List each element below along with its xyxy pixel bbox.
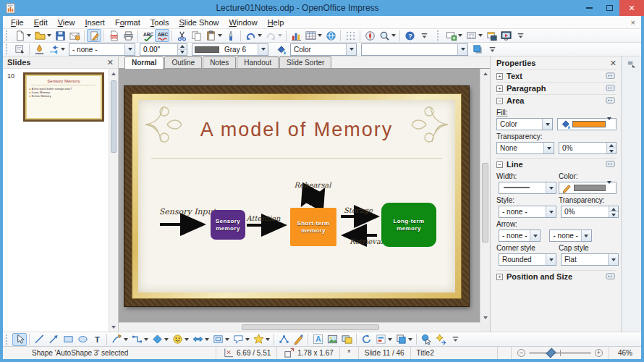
print-button[interactable] — [121, 29, 135, 42]
dropdown-button[interactable] — [581, 230, 591, 241]
menu-slide-show[interactable]: Slide Show — [174, 17, 224, 28]
section-position-size[interactable]: +Position and Size — [496, 270, 617, 282]
slide-design-button[interactable] — [484, 29, 499, 42]
arrow-rehearsal-in[interactable] — [303, 192, 309, 203]
menu-edit[interactable]: Edit — [29, 17, 53, 28]
corner-style-select[interactable]: Rounded — [499, 253, 556, 266]
expand-icon[interactable]: + — [496, 85, 503, 92]
collapse-icon[interactable]: − — [496, 161, 503, 168]
dropdown-button[interactable] — [530, 230, 540, 241]
fill-type-select[interactable]: Color — [290, 43, 357, 56]
paste-button[interactable] — [203, 29, 224, 42]
box-short-term-memory[interactable]: Short-term memory — [290, 208, 336, 246]
pdf-export-button[interactable]: PDF — [106, 29, 121, 42]
curve-button[interactable] — [109, 333, 130, 346]
scrollbar-thumb[interactable] — [242, 324, 379, 330]
line-transparency-spinner[interactable]: 0% — [561, 206, 619, 218]
overflow-button[interactable] — [448, 333, 462, 346]
undo-button[interactable] — [243, 29, 263, 42]
spellcheck-button[interactable]: ABC — [140, 29, 155, 42]
from-file-button[interactable] — [325, 333, 339, 346]
properties-close-button[interactable]: ✕ — [610, 59, 617, 68]
menu-format[interactable]: Format — [110, 17, 145, 28]
toolbar-grip[interactable] — [6, 30, 9, 41]
slides-scrollbar[interactable] — [109, 69, 118, 332]
slide-title[interactable]: A model of Memory — [138, 119, 455, 141]
line-style-select[interactable]: - none - — [69, 43, 135, 56]
alignment-button[interactable] — [373, 333, 394, 346]
transparency-type-select[interactable]: None — [496, 142, 554, 154]
dropdown-button[interactable] — [543, 143, 554, 153]
dropdown-button[interactable] — [346, 44, 356, 55]
tab-normal[interactable]: Normal — [124, 56, 164, 69]
vertical-scrollbar[interactable] — [480, 69, 490, 322]
scroll-up-button[interactable] — [480, 69, 490, 78]
tab-notes[interactable]: Notes — [203, 56, 236, 68]
scroll-up-button[interactable] — [109, 69, 118, 78]
navigator-button[interactable] — [363, 29, 377, 42]
menu-window[interactable]: Window — [224, 17, 263, 28]
spin-up-button[interactable] — [609, 206, 618, 212]
area-dialog-button[interactable] — [274, 43, 288, 56]
toolbar-grip[interactable] — [437, 30, 441, 41]
toolbar-overflow-button[interactable] — [485, 43, 499, 56]
menu-view[interactable]: View — [53, 17, 80, 28]
label-storage[interactable]: Storage — [336, 206, 380, 214]
dropdown-button[interactable] — [546, 182, 556, 193]
interaction-button[interactable] — [419, 333, 433, 346]
horizontal-scrollbar[interactable] — [119, 322, 480, 332]
scroll-down-button[interactable] — [480, 313, 490, 322]
scrollbar-thumb[interactable] — [482, 163, 488, 243]
section-text[interactable]: +Text — [496, 70, 617, 82]
collapse-icon[interactable]: − — [496, 98, 503, 104]
menu-insert[interactable]: Insert — [80, 17, 110, 28]
spin-up-button[interactable] — [178, 44, 187, 50]
minimize-button[interactable] — [579, 1, 599, 14]
expand-icon[interactable]: + — [496, 274, 503, 280]
save-button[interactable] — [53, 29, 67, 42]
line-color-select[interactable]: Gray 6 — [192, 43, 268, 56]
close-button[interactable]: ✕ — [619, 0, 644, 16]
label-attention[interactable]: Attention — [238, 214, 289, 222]
dropdown-button[interactable] — [457, 44, 467, 55]
dropdown-button[interactable] — [608, 254, 618, 265]
overflow-button[interactable] — [513, 29, 528, 42]
tab-slide-sorter[interactable]: Slide Sorter — [279, 56, 331, 68]
cut-button[interactable] — [174, 29, 189, 42]
section-area[interactable]: −Area — [496, 94, 617, 106]
redo-button[interactable] — [263, 29, 284, 42]
zoom-button[interactable] — [377, 29, 397, 42]
fill-type-select[interactable]: Color — [496, 118, 553, 130]
overflow-button[interactable] — [417, 29, 431, 42]
spin-down-button[interactable] — [609, 212, 618, 217]
transparency-spinner[interactable]: 0% — [559, 142, 617, 154]
dialog-launcher-icon[interactable] — [605, 159, 617, 170]
fill-color-select[interactable] — [361, 43, 468, 56]
copy-button[interactable] — [189, 29, 203, 42]
menu-help[interactable]: Help — [263, 17, 289, 28]
arrow-start-select[interactable]: - none - — [499, 230, 541, 242]
expand-icon[interactable]: + — [496, 73, 503, 80]
spin-up-button[interactable] — [607, 143, 616, 148]
help-button[interactable]: ? — [402, 29, 417, 42]
sidebar-menu-icon[interactable] — [626, 58, 637, 70]
start-slideshow-button[interactable] — [499, 29, 513, 42]
zoom-track[interactable] — [529, 352, 591, 354]
toolbar-grip[interactable] — [6, 44, 9, 54]
dialog-launcher-icon[interactable] — [605, 70, 617, 82]
menu-file[interactable]: File — [6, 17, 29, 28]
line-button[interactable] — [32, 333, 46, 346]
arrow-style-button[interactable] — [46, 43, 67, 56]
hyperlink-button[interactable] — [323, 29, 338, 42]
zoom-thumb[interactable] — [546, 348, 556, 358]
line-color-button[interactable] — [559, 182, 617, 194]
dropdown-button[interactable] — [124, 44, 135, 55]
fill-color-button[interactable] — [557, 118, 617, 130]
section-line[interactable]: −Line — [496, 158, 617, 170]
edit-points-button[interactable] — [276, 333, 291, 346]
rectangle-button[interactable] — [61, 333, 75, 346]
edit-file-button[interactable] — [87, 29, 101, 42]
dialog-launcher-icon[interactable] — [605, 95, 617, 106]
box-long-term-memory[interactable]: Long-term memory — [381, 203, 436, 247]
rotate-button[interactable] — [359, 333, 373, 346]
